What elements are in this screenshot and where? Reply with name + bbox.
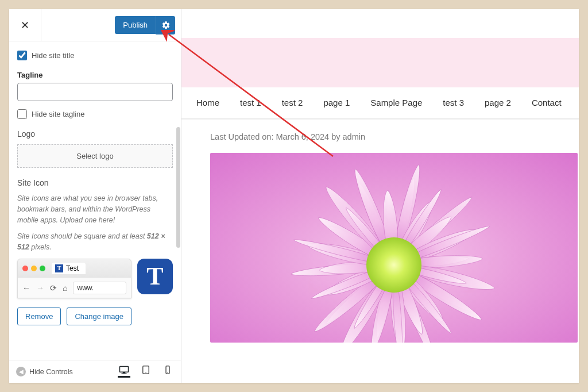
customizer-sidebar: ✕ Publish Hide site title Tagline Hide s… (9, 9, 181, 383)
browser-home-icon: ⌂ (63, 283, 67, 293)
preview-header-band (181, 38, 579, 87)
site-preview: Hometest 1test 2page 1Sample Pagetest 3p… (181, 9, 579, 383)
nav-item[interactable]: test 2 (282, 98, 303, 107)
hide-site-title-checkbox[interactable] (17, 51, 27, 60)
browser-tab-title: Test (66, 264, 79, 272)
sidebar-bottom-bar: ◀ Hide Controls (9, 360, 181, 383)
site-icon-desc-2: Site Icons should be square and at least… (17, 231, 173, 253)
site-icon-desc-1: Site Icons are what you see in browser t… (17, 193, 173, 225)
site-icon-label: Site Icon (17, 178, 173, 187)
window-dot-green (40, 266, 45, 271)
svg-point-6 (167, 372, 168, 373)
hide-controls-button[interactable]: ◀ Hide Controls (16, 367, 73, 376)
nav-item[interactable]: test 1 (240, 98, 261, 107)
tablet-icon (141, 366, 151, 374)
gear-icon (161, 21, 171, 30)
hide-site-title-row[interactable]: Hide site title (17, 51, 173, 60)
preview-hero-image (210, 153, 578, 343)
svg-point-8 (366, 237, 421, 293)
last-updated-text: Last Updated on: March 6, 2024 by admin (210, 132, 579, 141)
close-button[interactable]: ✕ (9, 9, 41, 41)
nav-item[interactable]: Contact (532, 98, 562, 107)
flower-illustration (210, 153, 578, 343)
select-logo-button[interactable]: Select logo (17, 144, 173, 168)
logo-label: Logo (17, 129, 173, 139)
hide-site-tagline-checkbox[interactable] (17, 109, 27, 119)
sidebar-topbar: ✕ Publish (9, 9, 181, 41)
sidebar-panel: Hide site title Tagline Hide site taglin… (9, 41, 181, 360)
remove-site-icon-button[interactable]: Remove (17, 308, 61, 325)
hide-site-title-label: Hide site title (32, 51, 74, 60)
nav-item[interactable]: page 2 (485, 98, 511, 107)
publish-button[interactable]: Publish (115, 16, 156, 34)
window-dot-red (22, 266, 28, 271)
nav-item[interactable]: Sample Page (370, 98, 422, 107)
tab-favicon-icon: T (55, 264, 63, 272)
site-icon-large-preview: T (137, 259, 173, 294)
preview-nav: Hometest 1test 2page 1Sample Pagetest 3p… (181, 87, 579, 120)
mobile-icon (163, 366, 173, 374)
device-tablet-button[interactable] (140, 366, 152, 378)
browser-url-box: www. (73, 282, 126, 294)
svg-rect-2 (122, 374, 127, 374)
tagline-label: Tagline (17, 71, 173, 79)
publish-settings-button[interactable] (156, 16, 175, 34)
change-image-button[interactable]: Change image (67, 308, 131, 325)
nav-item[interactable]: page 1 (323, 98, 350, 107)
device-mobile-button[interactable] (161, 366, 174, 378)
browser-forward-icon: → (36, 283, 44, 293)
browser-reload-icon: ⟳ (50, 283, 57, 293)
device-preview-switch (118, 366, 174, 378)
hide-site-tagline-label: Hide site tagline (32, 110, 85, 118)
svg-rect-0 (120, 367, 129, 372)
svg-rect-1 (123, 372, 126, 374)
browser-preview: T Test ← → ⟳ ⌂ www. (17, 259, 131, 298)
collapse-icon: ◀ (16, 367, 26, 376)
nav-item[interactable]: Home (196, 98, 219, 107)
svg-point-4 (145, 372, 146, 373)
desktop-icon (119, 366, 129, 374)
tagline-input[interactable] (17, 83, 173, 101)
browser-back-icon: ← (22, 283, 30, 293)
browser-tab: T Test (52, 263, 86, 274)
hide-controls-label: Hide Controls (29, 368, 73, 376)
device-desktop-button[interactable] (118, 366, 130, 378)
site-icon-preview-row: T Test ← → ⟳ ⌂ www. T (17, 259, 173, 298)
sidebar-scrollbar-thumb[interactable] (176, 127, 180, 248)
sidebar-scrollbar[interactable] (176, 44, 181, 360)
hide-site-tagline-row[interactable]: Hide site tagline (17, 109, 173, 119)
nav-item[interactable]: test 3 (443, 98, 464, 107)
window-dot-yellow (31, 266, 37, 271)
